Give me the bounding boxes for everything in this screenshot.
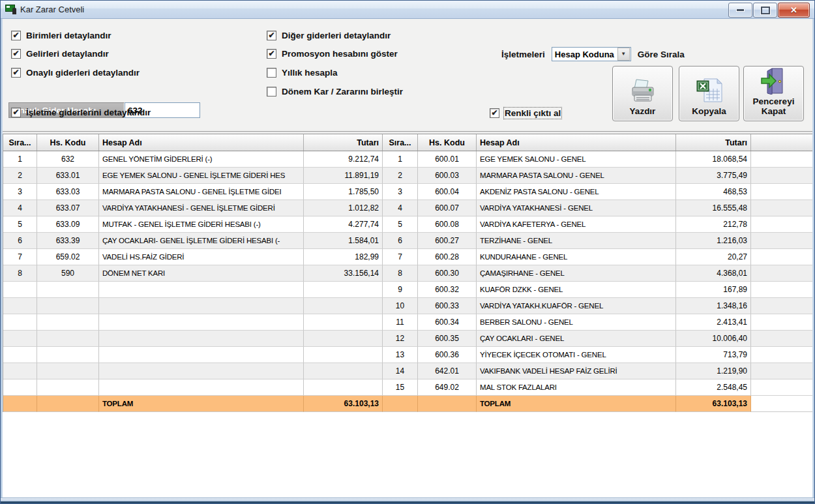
cell-tutar[interactable]: 4.277,74 — [304, 216, 383, 233]
checkbox-diğer-giderleri-detaylandır[interactable]: ✔Diğer giderleri detaylandır — [267, 30, 391, 40]
cell-hesap-adi[interactable]: VARDİYA YATAKHANESİ - GENEL — [477, 200, 676, 216]
cell-hesap-adi[interactable]: MARMARA PASTA SALONU - GENEL İŞLETME GİD… — [99, 184, 304, 200]
column-header[interactable]: Hs. Kodu — [37, 134, 99, 151]
cell-hesap-adi[interactable]: EGE YEMEK SALONU - GENEL — [477, 151, 676, 168]
table-row[interactable]: 14642.01VAKIFBANK VADELİ HESAP FAİZ GELİ… — [3, 363, 814, 379]
cell-hesap-adi[interactable]: YİYECEK İÇECEK OTOMATI - GENEL — [477, 347, 676, 363]
cell-extra[interactable] — [751, 282, 814, 298]
cell-hesap-adi[interactable] — [99, 314, 304, 331]
table-row[interactable]: 4633.07VARDİYA YATAKHANESİ - GENEL İŞLET… — [3, 200, 814, 216]
cell-hesap-adi[interactable]: ÇAY OCAKLARI- GENEL İŞLETME GİDERİ HESAB… — [99, 233, 304, 249]
cell-hesap-adi[interactable]: KUNDURAHANE - GENEL — [477, 249, 676, 265]
cell-hs-kodu[interactable]: 633.01 — [37, 168, 99, 184]
column-header[interactable]: Hesap Adı — [99, 134, 304, 151]
table-row[interactable]: 13600.36YİYECEK İÇECEK OTOMATI - GENEL71… — [3, 347, 814, 363]
cell-hesap-adi[interactable]: VARDİYA YATAKH.KUAFÖR - GENEL — [477, 298, 676, 314]
cell-hs-kodu[interactable]: 633.39 — [37, 233, 99, 249]
column-header[interactable]: Tutarı — [304, 134, 383, 151]
table-row[interactable]: 9600.32KUAFÖR DZKK - GENEL167,89 — [3, 282, 814, 298]
cell-sira[interactable]: 9 — [383, 282, 418, 298]
cell-tutar[interactable] — [304, 314, 383, 331]
copy-button[interactable]: Kopyala — [679, 66, 739, 121]
sort-combobox[interactable]: Hesap Koduna ▼ — [552, 47, 631, 61]
table-row[interactable]: 1632GENEL YÖNETİM GİDERLERİ (-)9.212,741… — [3, 151, 814, 168]
cell-sira[interactable] — [3, 347, 37, 363]
checkbox-checked-icon[interactable]: ✔ — [267, 31, 276, 40]
cell-hesap-adi[interactable]: AKDENİZ PASTA SALONU - GENEL — [477, 184, 676, 200]
checkbox-promosyon-hesabını-göster[interactable]: ✔Promosyon hesabını göster — [267, 48, 398, 59]
cell-hs-kodu[interactable]: 600.35 — [418, 331, 477, 347]
cell-tutar[interactable]: 468,53 — [676, 184, 751, 200]
cell-sira[interactable]: 10 — [383, 298, 418, 314]
cell-hs-kodu[interactable]: 633.07 — [37, 200, 99, 216]
cell-hs-kodu[interactable]: 600.28 — [418, 249, 477, 265]
cell-hs-kodu[interactable]: 633.09 — [37, 216, 99, 233]
cell-hs-kodu[interactable]: 659.02 — [37, 249, 99, 265]
cell-hs-kodu[interactable]: 632 — [37, 151, 99, 168]
cell-sira[interactable]: 1 — [3, 151, 37, 168]
combobox-dropdown-button[interactable]: ▼ — [617, 48, 630, 61]
cell-tutar[interactable] — [304, 282, 383, 298]
cell-tutar[interactable]: 16.555,48 — [676, 200, 751, 216]
cell-hesap-adi[interactable] — [99, 331, 304, 347]
checkbox-unchecked-icon[interactable] — [267, 68, 276, 78]
table-row[interactable]: 15649.02MAL STOK FAZLALARI2.548,45 — [3, 379, 814, 396]
cell-sira[interactable]: 14 — [383, 363, 418, 379]
cell-hesap-adi[interactable]: VADELİ HS.FAİZ GİDERİ — [99, 249, 304, 265]
checkbox-i-şletme-giderlerini-detaylandır[interactable]: ✔İşletme giderlerini detaylandır — [11, 107, 151, 117]
cell-sira[interactable]: 6 — [383, 233, 418, 249]
cell-sira[interactable] — [3, 379, 37, 396]
cell-extra[interactable] — [751, 233, 814, 249]
cell-sira[interactable]: 4 — [3, 200, 37, 216]
cell-tutar[interactable]: 9.212,74 — [304, 151, 383, 168]
cell-tutar[interactable]: 1.219,90 — [676, 363, 751, 379]
cell-hs-kodu[interactable]: 600.01 — [418, 151, 477, 168]
cell-hesap-adi[interactable]: MAL STOK FAZLALARI — [477, 379, 676, 396]
cell-extra[interactable] — [751, 151, 814, 168]
cell-tutar[interactable]: 1.012,82 — [304, 200, 383, 216]
cell-hesap-adi[interactable]: TERZİHANE - GENEL — [477, 233, 676, 249]
cell-tutar[interactable]: 2.548,45 — [676, 379, 751, 396]
cell-sira[interactable]: 5 — [383, 216, 418, 233]
checkbox-unchecked-icon[interactable] — [267, 87, 276, 96]
cell-hesap-adi[interactable]: EGE YEMEK SALONU - GENEL İŞLETME GİDERİ … — [99, 168, 304, 184]
cell-hesap-adi[interactable]: VAKIFBANK VADELİ HESAP FAİZ GELİRİ — [477, 363, 676, 379]
cell-extra[interactable] — [751, 249, 814, 265]
cell-extra[interactable] — [751, 184, 814, 200]
checkbox-renkli-çıktı-al[interactable]: ✔Renkli çıktı al — [490, 108, 561, 118]
column-header[interactable]: Tutarı — [676, 134, 751, 151]
cell-sira[interactable]: 4 — [383, 200, 418, 216]
print-button[interactable]: Yazdır — [612, 66, 673, 121]
cell-tutar[interactable]: 2.413,41 — [676, 314, 751, 331]
table-row[interactable]: 3633.03MARMARA PASTA SALONU - GENEL İŞLE… — [3, 184, 814, 200]
cell-tutar[interactable]: 182,99 — [304, 249, 383, 265]
cell-hesap-adi[interactable]: MUTFAK - GENEL İŞLETME GİDERİ HESABI (-) — [99, 216, 304, 233]
cell-tutar[interactable]: 1.348,16 — [676, 298, 751, 314]
cell-extra[interactable] — [751, 168, 814, 184]
cell-tutar[interactable]: 212,78 — [676, 216, 751, 233]
close-window-button[interactable]: Pencereyi Kapat — [743, 66, 804, 121]
cell-extra[interactable] — [751, 363, 814, 379]
cell-hs-kodu[interactable] — [37, 379, 99, 396]
cell-tutar[interactable] — [304, 347, 383, 363]
cell-hs-kodu[interactable]: 600.07 — [418, 200, 477, 216]
cell-tutar[interactable] — [304, 298, 383, 314]
checkbox-gelirleri-detaylandır[interactable]: ✔Gelirleri detaylandır — [11, 48, 109, 59]
table-row[interactable]: 12600.35ÇAY OCAKLARI - GENEL10.006,40 — [3, 331, 814, 347]
cell-sira[interactable]: 8 — [3, 265, 37, 282]
cell-hs-kodu[interactable]: 600.08 — [418, 216, 477, 233]
cell-tutar[interactable]: 20,27 — [676, 249, 751, 265]
checkbox-checked-icon[interactable]: ✔ — [11, 31, 21, 40]
cell-hs-kodu[interactable]: 600.30 — [418, 265, 477, 282]
cell-tutar[interactable]: 11.891,19 — [304, 168, 383, 184]
cell-tutar[interactable]: 713,79 — [676, 347, 751, 363]
cell-tutar[interactable] — [304, 363, 383, 379]
cell-hesap-adi[interactable]: VARDİYA KAFETERYA - GENEL — [477, 216, 676, 233]
cell-tutar[interactable]: 1.584,01 — [304, 233, 383, 249]
cell-sira[interactable]: 13 — [383, 347, 418, 363]
cell-sira[interactable]: 2 — [3, 168, 37, 184]
checkbox-yıllık-hesapla[interactable]: Yıllık hesapla — [267, 67, 338, 78]
cell-sira[interactable]: 5 — [3, 216, 37, 233]
cell-sira[interactable]: 12 — [383, 331, 418, 347]
checkbox-checked-icon[interactable]: ✔ — [11, 108, 21, 117]
